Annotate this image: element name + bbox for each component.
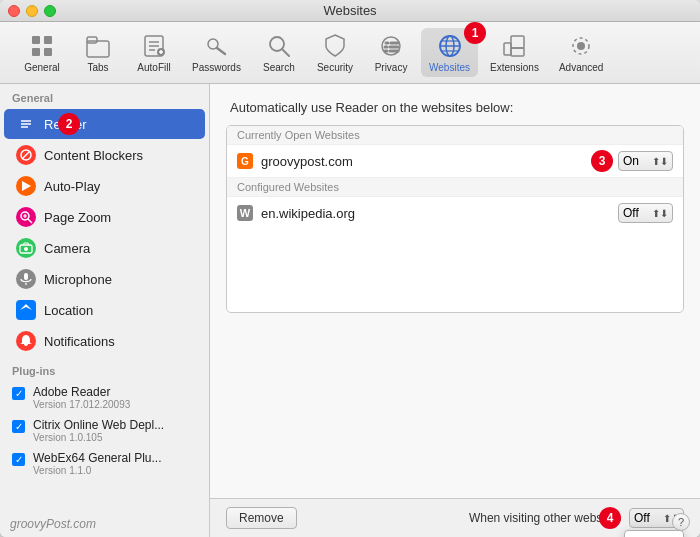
content-blockers-icon: [16, 145, 36, 165]
sidebar-plugins-label: Plug-ins: [0, 357, 209, 381]
toolbar-item-autofill[interactable]: AutoFill: [128, 28, 180, 77]
toolbar-item-websites[interactable]: Websites 1: [421, 28, 478, 77]
svg-line-38: [22, 151, 30, 159]
sidebar-item-label-notifications: Notifications: [44, 334, 115, 349]
other-websites-value: Off: [634, 511, 650, 525]
plugin-name-citrix: Citrix Online Web Depl...: [33, 418, 164, 432]
annotation-3: 3: [591, 150, 613, 172]
svg-rect-31: [511, 48, 524, 56]
search-icon: [265, 32, 293, 60]
plugin-info-adobe: Adobe Reader Version 17.012.20093: [33, 385, 130, 410]
groovypost-value: On: [623, 154, 639, 168]
sidebar-item-location[interactable]: Location: [4, 295, 205, 325]
close-button[interactable]: [8, 5, 20, 17]
dropdown-option-off[interactable]: ✓ Off: [625, 531, 683, 537]
svg-point-45: [24, 247, 28, 251]
plugin-info-webex: WebEx64 General Plu... Version 1.1.0: [33, 451, 162, 476]
minimize-button[interactable]: [26, 5, 38, 17]
toolbar-item-privacy[interactable]: Privacy: [365, 28, 417, 77]
plugin-name-webex: WebEx64 General Plu...: [33, 451, 162, 465]
sidebar-item-label-microphone: Microphone: [44, 272, 112, 287]
plugin-item-adobe[interactable]: ✓ Adobe Reader Version 17.012.20093: [0, 381, 209, 414]
wikipedia-value: Off: [623, 206, 639, 220]
remove-button[interactable]: Remove: [226, 507, 297, 529]
wikipedia-dropdown[interactable]: Off ⬆⬇: [618, 203, 673, 223]
site-name-wikipedia: en.wikipedia.org: [261, 206, 610, 221]
websites-icon: [436, 32, 464, 60]
table-row-wikipedia: W en.wikipedia.org Off ⬆⬇: [227, 197, 683, 229]
svg-rect-0: [32, 36, 40, 44]
sidebar-item-content-blockers[interactable]: Content Blockers: [4, 140, 205, 170]
security-icon: [321, 32, 349, 60]
toolbar: General Tabs AutoFill Passwords Search: [0, 22, 700, 84]
traffic-lights: [8, 5, 56, 17]
titlebar: Websites: [0, 0, 700, 22]
toolbar-item-extensions[interactable]: Extensions: [482, 28, 547, 77]
notifications-icon: [16, 331, 36, 351]
toolbar-item-search[interactable]: Search: [253, 28, 305, 77]
auto-play-icon: [16, 176, 36, 196]
site-name-groovypost: groovypost.com: [261, 154, 610, 169]
annotation-4: 4: [599, 507, 621, 529]
toolbar-label-extensions: Extensions: [490, 62, 539, 73]
plugin-checkbox-citrix[interactable]: ✓: [12, 420, 25, 433]
toolbar-item-passwords[interactable]: Passwords: [184, 28, 249, 77]
plugin-info-citrix: Citrix Online Web Depl... Version 1.0.10…: [33, 418, 164, 443]
table-row-groovypost: G groovypost.com 3 On ⬆⬇: [227, 145, 683, 178]
autofill-icon: [140, 32, 168, 60]
toolbar-label-tabs: Tabs: [87, 62, 108, 73]
microphone-icon: [16, 269, 36, 289]
main-content: General Reader 2 Content Blockers Auto-P…: [0, 84, 700, 537]
location-icon: [16, 300, 36, 320]
toolbar-label-advanced: Advanced: [559, 62, 603, 73]
groovypost-dropdown[interactable]: On ⬆⬇: [618, 151, 673, 171]
reader-icon: [16, 114, 36, 134]
toolbar-item-general[interactable]: General: [16, 28, 68, 77]
toolbar-item-tabs[interactable]: Tabs: [72, 28, 124, 77]
plugin-checkbox-adobe[interactable]: ✓: [12, 387, 25, 400]
window-title: Websites: [323, 3, 376, 18]
dropdown-arrow-wikipedia: ⬆⬇: [652, 208, 668, 219]
configured-header: Configured Websites: [227, 178, 683, 197]
sidebar-item-reader[interactable]: Reader 2: [4, 109, 205, 139]
svg-line-14: [217, 48, 225, 54]
svg-rect-29: [504, 43, 511, 55]
tabs-icon: [84, 32, 112, 60]
svg-rect-46: [24, 273, 28, 280]
sidebar-item-microphone[interactable]: Microphone: [4, 264, 205, 294]
sidebar-general-label: General: [0, 84, 209, 108]
plugin-item-webex[interactable]: ✓ WebEx64 General Plu... Version 1.1.0: [0, 447, 209, 480]
maximize-button[interactable]: [44, 5, 56, 17]
plugin-version-webex: Version 1.1.0: [33, 465, 162, 476]
extensions-icon: [500, 32, 528, 60]
toolbar-label-privacy: Privacy: [375, 62, 408, 73]
sidebar-item-auto-play[interactable]: Auto-Play: [4, 171, 205, 201]
wikipedia-icon: W: [237, 205, 253, 221]
currently-open-header: Currently Open Websites: [227, 126, 683, 145]
plugin-item-citrix[interactable]: ✓ Citrix Online Web Depl... Version 1.0.…: [0, 414, 209, 447]
groovypost-dropdown-area: 3 On ⬆⬇: [618, 151, 673, 171]
sidebar-item-label-content-blockers: Content Blockers: [44, 148, 143, 163]
toolbar-item-security[interactable]: Security: [309, 28, 361, 77]
sidebar-item-page-zoom[interactable]: Page Zoom: [4, 202, 205, 232]
toolbar-label-passwords: Passwords: [192, 62, 241, 73]
help-button[interactable]: ?: [672, 513, 690, 531]
dropdown-arrow-groovypost: ⬆⬇: [652, 156, 668, 167]
toolbar-label-general: General: [24, 62, 60, 73]
svg-marker-39: [22, 181, 31, 191]
toolbar-item-advanced[interactable]: Advanced: [551, 28, 611, 77]
sidebar-item-label-auto-play: Auto-Play: [44, 179, 100, 194]
toolbar-label-autofill: AutoFill: [137, 62, 170, 73]
page-zoom-icon: [16, 207, 36, 227]
app-window: Websites General Tabs AutoFill Password: [0, 0, 700, 537]
sidebar-item-camera[interactable]: Camera: [4, 233, 205, 263]
svg-rect-5: [87, 37, 97, 43]
websites-table: Currently Open Websites G groovypost.com…: [226, 125, 684, 313]
sidebar-item-notifications[interactable]: Notifications: [4, 326, 205, 356]
svg-rect-3: [44, 48, 52, 56]
svg-point-32: [577, 42, 585, 50]
right-panel: Automatically use Reader on the websites…: [210, 84, 700, 537]
plugin-version-citrix: Version 1.0.105: [33, 432, 164, 443]
plugin-checkbox-webex[interactable]: ✓: [12, 453, 25, 466]
groovypost-icon: G: [237, 153, 253, 169]
